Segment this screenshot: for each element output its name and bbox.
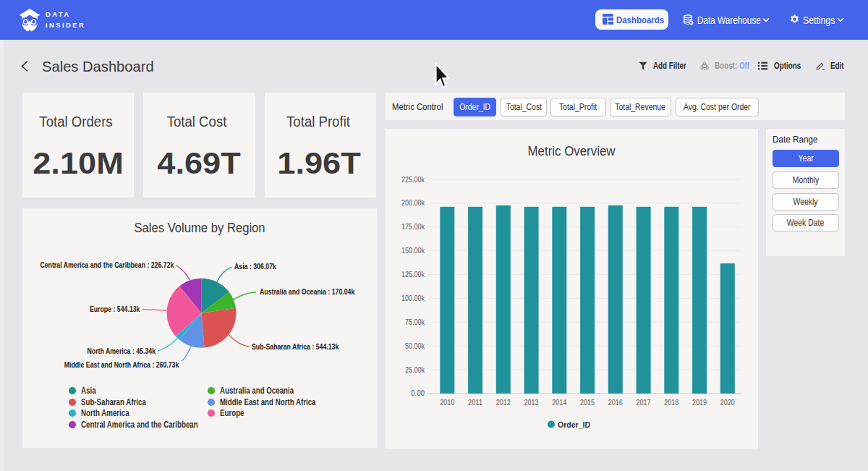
- svg-text:200.00k: 200.00k: [401, 198, 425, 207]
- svg-text:50.00k: 50.00k: [405, 341, 425, 350]
- svg-text:75.00k: 75.00k: [405, 318, 425, 326]
- svg-text:150.00k: 150.00k: [401, 246, 425, 255]
- svg-text:Order_ID: Order_ID: [558, 420, 590, 429]
- svg-text:2013: 2013: [524, 398, 539, 407]
- svg-text:Metric Overview: Metric Overview: [528, 144, 616, 158]
- svg-text:0.00: 0.00: [411, 389, 425, 397]
- svg-text:2017: 2017: [637, 398, 651, 407]
- svg-text:2012: 2012: [496, 398, 511, 407]
- svg-text:2018: 2018: [664, 398, 678, 407]
- svg-text:2015: 2015: [580, 398, 595, 407]
- svg-text:225.00k: 225.00k: [401, 175, 425, 184]
- svg-text:2011: 2011: [468, 398, 482, 407]
- svg-text:100.00k: 100.00k: [401, 294, 425, 302]
- svg-text:2020: 2020: [720, 398, 735, 407]
- svg-text:2010: 2010: [440, 398, 454, 407]
- svg-text:2016: 2016: [608, 398, 623, 407]
- svg-text:25.00k: 25.00k: [405, 365, 425, 374]
- svg-text:2019: 2019: [692, 398, 707, 407]
- svg-text:175.00k: 175.00k: [401, 222, 425, 231]
- svg-text:125.00k: 125.00k: [401, 270, 425, 279]
- svg-text:2014: 2014: [552, 398, 566, 407]
